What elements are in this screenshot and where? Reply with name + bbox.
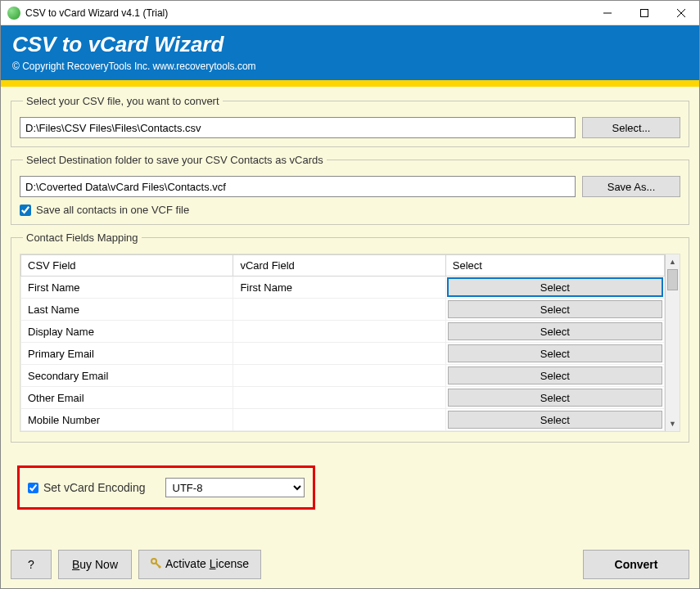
mapping-group: Contact Fields Mapping CSV Field vCard F…: [11, 232, 689, 443]
mapping-table-wrap: CSV Field vCard Field Select First NameF…: [20, 254, 680, 432]
save-as-button[interactable]: Save As...: [582, 176, 680, 197]
csv-field-cell: First Name: [21, 277, 233, 299]
col-csv-field: CSV Field: [21, 255, 233, 277]
csv-field-cell: Mobile Number: [21, 409, 233, 431]
csv-field-cell: Display Name: [21, 321, 233, 343]
destination-legend: Select Destination folder to save your C…: [23, 154, 327, 166]
buy-now-button[interactable]: Buy Now: [58, 550, 132, 579]
svg-rect-1: [640, 9, 648, 16]
svg-line-3: [677, 9, 685, 17]
select-cell: Select: [445, 409, 664, 431]
encoding-label: Set vCard Encoding: [28, 481, 146, 494]
csv-field-cell: Other Email: [21, 387, 233, 409]
scroll-thumb[interactable]: [667, 269, 678, 290]
vcard-field-cell: [233, 321, 445, 343]
table-row: Display NameSelect: [21, 321, 665, 343]
minimize-button[interactable]: [589, 1, 625, 25]
col-select: Select: [445, 255, 664, 277]
table-row: Mobile NumberSelect: [21, 409, 665, 431]
activate-license-button[interactable]: Activate License: [138, 550, 261, 579]
destination-group: Select Destination folder to save your C…: [11, 154, 689, 225]
header-accent-bar: [1, 80, 699, 87]
encoding-select[interactable]: UTF-8: [165, 478, 305, 497]
source-legend: Select your CSV file, you want to conver…: [23, 95, 223, 107]
vcard-field-cell: [233, 299, 445, 321]
window-title: CSV to vCard Wizard v4.1 (Trial): [25, 7, 589, 19]
select-mapping-button[interactable]: Select: [448, 300, 662, 318]
content-area: Select your CSV file, you want to conver…: [1, 87, 699, 589]
select-cell: Select: [445, 299, 664, 321]
mapping-header-row: CSV Field vCard Field Select: [21, 255, 665, 277]
vcard-field-cell: [233, 343, 445, 365]
maximize-button[interactable]: [625, 1, 662, 25]
select-mapping-button[interactable]: Select: [448, 278, 662, 296]
select-cell: Select: [445, 343, 664, 365]
mapping-table: CSV Field vCard Field Select First NameF…: [20, 254, 665, 431]
table-row: Other EmailSelect: [21, 387, 665, 409]
encoding-highlight-box: Set vCard Encoding UTF-8: [17, 465, 315, 510]
app-copyright: © Copyright RecoveryTools Inc. www.recov…: [12, 61, 688, 72]
select-source-button[interactable]: Select...: [582, 117, 680, 138]
table-row: Secondary EmailSelect: [21, 365, 665, 387]
scroll-up-button[interactable]: ▲: [666, 254, 680, 269]
mapping-scrollbar[interactable]: ▲ ▼: [665, 254, 680, 431]
vcard-field-cell: [233, 365, 445, 387]
select-mapping-button[interactable]: Select: [448, 322, 662, 340]
select-mapping-button[interactable]: Select: [448, 411, 662, 429]
select-mapping-button[interactable]: Select: [448, 366, 662, 384]
key-icon: [151, 558, 162, 572]
select-mapping-button[interactable]: Select: [448, 344, 662, 362]
app-title: CSV to vCard Wizard: [12, 32, 688, 57]
table-row: Primary EmailSelect: [21, 343, 665, 365]
encoding-label-text: Set vCard Encoding: [43, 481, 146, 494]
csv-field-cell: Secondary Email: [21, 365, 233, 387]
destination-path-input[interactable]: [20, 176, 576, 197]
table-row: Last NameSelect: [21, 299, 665, 321]
table-row: First NameFirst NameSelect: [21, 277, 665, 299]
encoding-checkbox[interactable]: [28, 483, 38, 493]
footer-bar: ? Buy Now Activate License Convert: [11, 550, 689, 579]
col-vcard-field: vCard Field: [233, 255, 445, 277]
title-bar: CSV to vCard Wizard v4.1 (Trial): [1, 1, 699, 25]
vcard-field-cell: [233, 409, 445, 431]
app-icon: [7, 7, 20, 20]
convert-button[interactable]: Convert: [583, 550, 689, 579]
select-cell: Select: [445, 387, 664, 409]
vcard-field-cell: [233, 387, 445, 409]
svg-line-2: [677, 9, 685, 17]
source-path-input[interactable]: [20, 117, 576, 138]
help-button[interactable]: ?: [11, 550, 52, 579]
svg-line-6: [159, 566, 160, 568]
select-cell: Select: [445, 365, 664, 387]
vcard-field-cell: First Name: [233, 277, 445, 299]
close-button[interactable]: [662, 1, 699, 25]
mapping-legend: Contact Fields Mapping: [23, 232, 142, 244]
select-cell: Select: [445, 321, 664, 343]
source-group: Select your CSV file, you want to conver…: [11, 95, 689, 147]
select-cell: Select: [445, 277, 664, 299]
save-all-label: Save all contacts in one VCF file: [36, 204, 189, 216]
scroll-down-button[interactable]: ▼: [666, 416, 680, 431]
select-mapping-button[interactable]: Select: [448, 389, 662, 407]
save-all-checkbox[interactable]: [20, 205, 31, 216]
app-header: CSV to vCard Wizard © Copyright Recovery…: [1, 25, 699, 80]
csv-field-cell: Last Name: [21, 299, 233, 321]
csv-field-cell: Primary Email: [21, 343, 233, 365]
